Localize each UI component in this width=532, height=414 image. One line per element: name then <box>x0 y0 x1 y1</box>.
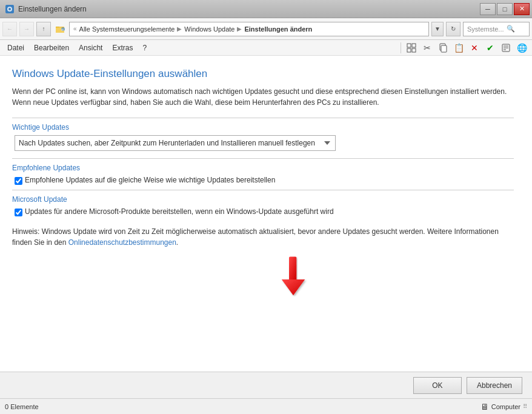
intro-text: Wenn der PC online ist, kann von Windows… <box>12 86 514 108</box>
menu-help[interactable]: ? <box>138 41 151 55</box>
toolbar-divider <box>401 42 401 53</box>
microsoft-checkbox[interactable] <box>15 209 22 216</box>
items-count: 0 Elemente <box>5 403 39 410</box>
content-scroll[interactable]: Windows Update-Einstellungen auswählen W… <box>0 56 532 372</box>
folder-icon: W <box>55 24 65 35</box>
menu-datei[interactable]: Datei <box>2 41 29 55</box>
path-link-wu[interactable]: Windows Update <box>184 25 234 33</box>
menu-bar: Datei Bearbeiten Ansicht Extras ? ✂ 📋 ✕ … <box>0 40 532 56</box>
divider-2 <box>12 158 514 159</box>
path-arrow1: ▶ <box>177 25 182 32</box>
arrow-container <box>12 248 514 296</box>
path-link-all[interactable]: Alle Systemsteuerungselemente <box>79 25 175 33</box>
recommended-checkbox-label[interactable]: Empfohlene Updates auf die gleiche Weise… <box>25 176 275 184</box>
close-button[interactable]: ✕ <box>514 3 530 15</box>
svg-point-2 <box>8 8 11 10</box>
path-current: Einstellungen ändern <box>244 25 312 33</box>
microsoft-checkbox-row: Updates für andere Microsoft-Produkte be… <box>15 207 514 216</box>
window-controls: ─ □ ✕ <box>480 3 530 15</box>
menu-ansicht[interactable]: Ansicht <box>74 41 107 55</box>
refresh-button[interactable]: ↻ <box>446 22 461 36</box>
divider-3 <box>12 190 514 190</box>
svg-rect-9 <box>412 44 416 47</box>
title-bar-left: Einstellungen ändern <box>5 4 87 14</box>
search-icon: 🔍 <box>507 25 515 33</box>
recommended-checkbox[interactable] <box>15 177 22 185</box>
svg-text:W: W <box>61 28 64 32</box>
menu-extras[interactable]: Extras <box>107 41 138 55</box>
resize-handle: ⠿ <box>523 403 527 410</box>
red-arrow-indicator <box>275 254 311 296</box>
toolbar-btn-cut[interactable]: ✂ <box>419 41 435 55</box>
update-frequency-select[interactable]: Nach Updates suchen, aber Zeitpunkt zum … <box>15 135 336 151</box>
svg-rect-13 <box>441 45 447 52</box>
svg-rect-8 <box>407 44 411 47</box>
toolbar-btn-globe[interactable]: 🌐 <box>514 41 530 55</box>
svg-rect-18 <box>289 256 296 280</box>
privacy-link[interactable]: Onlinedatenschutzbestimmungen <box>68 238 176 247</box>
update-dropdown-container: Nach Updates suchen, aber Zeitpunkt zum … <box>15 135 514 151</box>
search-box[interactable]: Systemste... 🔍 <box>463 22 530 36</box>
cancel-button[interactable]: Abbrechen <box>467 377 522 394</box>
toolbar-btn-view[interactable] <box>404 41 419 55</box>
minimize-button[interactable]: ─ <box>480 3 496 15</box>
recommended-checkbox-row: Empfohlene Updates auf die gleiche Weise… <box>15 176 514 185</box>
search-placeholder: Systemste... <box>467 25 504 33</box>
button-bar: OK Abbrechen <box>0 372 532 398</box>
page-title: Windows Update-Einstellungen auswählen <box>12 68 514 80</box>
title-bar: Einstellungen ändern ─ □ ✕ <box>0 0 532 18</box>
main-area: Windows Update-Einstellungen auswählen W… <box>0 56 532 398</box>
note-text-after: . <box>176 238 178 247</box>
toolbar-btn-delete[interactable]: ✕ <box>467 41 482 55</box>
status-right: 🖥 Computer ⠿ <box>480 402 527 412</box>
computer-icon: 🖥 <box>480 402 489 412</box>
address-path[interactable]: « Alle Systemsteuerungselemente ▶ Window… <box>69 22 429 36</box>
divider-1 <box>12 118 514 118</box>
microsoft-checkbox-label[interactable]: Updates für andere Microsoft-Produkte be… <box>25 207 334 216</box>
svg-rect-10 <box>407 48 411 52</box>
app-icon <box>5 4 15 14</box>
important-updates-label: Wichtige Updates <box>12 123 514 132</box>
toolbar-btn-paste[interactable]: 📋 <box>451 41 467 55</box>
toolbar-btn-check[interactable]: ✔ <box>482 41 498 55</box>
computer-label: Computer <box>491 403 520 410</box>
toolbar-btn-properties[interactable] <box>498 41 514 55</box>
recommended-updates-label: Empfohlene Updates <box>12 164 514 172</box>
maximize-button[interactable]: □ <box>497 3 513 15</box>
status-bar: 0 Elemente 🖥 Computer ⠿ <box>0 398 532 414</box>
svg-rect-11 <box>412 48 416 52</box>
up-button[interactable]: ↑ <box>36 22 51 36</box>
ok-button[interactable]: OK <box>413 377 462 394</box>
back-button[interactable]: ← <box>2 22 17 36</box>
menu-bearbeiten[interactable]: Bearbeiten <box>29 41 74 55</box>
address-dropdown[interactable]: ▼ <box>431 22 444 36</box>
path-arrow2: ▶ <box>237 25 242 32</box>
window-title: Einstellungen ändern <box>18 5 87 13</box>
forward-button[interactable]: → <box>19 22 34 36</box>
path-sep1: « <box>73 25 77 32</box>
note-text: Hinweis: Windows Update wird von Zeit zu… <box>12 226 514 248</box>
microsoft-update-label: Microsoft Update <box>12 195 514 204</box>
address-bar: ← → ↑ W « Alle Systemsteuerungselemente … <box>0 18 532 40</box>
toolbar-btn-copy[interactable] <box>435 41 451 55</box>
svg-marker-19 <box>282 279 305 295</box>
